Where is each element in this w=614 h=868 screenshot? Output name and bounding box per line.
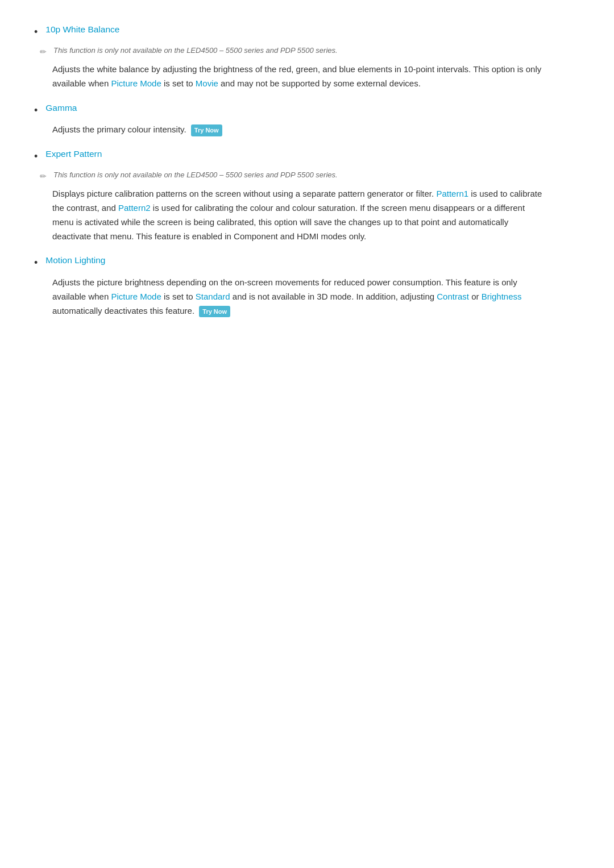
bullet-dot: • bbox=[34, 24, 38, 40]
body-expert-pattern: Displays picture calibration patterns on… bbox=[52, 187, 546, 243]
bullet-item-white-balance: • 10p White Balance bbox=[34, 23, 546, 40]
section-expert-pattern: • Expert Pattern ✏ This function is only… bbox=[34, 147, 546, 243]
note-row-white-balance: ✏ This function is only not available on… bbox=[40, 45, 546, 58]
link-standard[interactable]: Standard bbox=[196, 292, 230, 301]
try-now-badge-motion[interactable]: Try Now bbox=[199, 306, 230, 317]
pencil-icon-expert: ✏ bbox=[40, 170, 47, 182]
body-white-balance: Adjusts the white balance by adjusting t… bbox=[52, 63, 546, 91]
pencil-icon: ✏ bbox=[40, 45, 47, 58]
section-gamma: • Gamma Adjusts the primary colour inten… bbox=[34, 101, 546, 138]
bullet-item-motion-lighting: • Motion Lighting bbox=[34, 254, 546, 271]
link-picture-mode-wb[interactable]: Picture Mode bbox=[111, 78, 161, 88]
bullet-dot-gamma: • bbox=[34, 102, 38, 119]
bullet-dot-expert: • bbox=[34, 148, 38, 165]
body-motion-lighting: Adjusts the picture brightness depending… bbox=[52, 276, 546, 318]
heading-gamma[interactable]: Gamma bbox=[45, 101, 77, 115]
note-text-white-balance: This function is only not available on t… bbox=[53, 45, 338, 57]
bullet-item-expert-pattern: • Expert Pattern bbox=[34, 147, 546, 165]
section-white-balance: • 10p White Balance ✏ This function is o… bbox=[34, 23, 546, 91]
link-pattern2[interactable]: Pattern2 bbox=[118, 203, 151, 213]
bullet-dot-motion: • bbox=[34, 255, 38, 271]
link-pattern1[interactable]: Pattern1 bbox=[436, 189, 468, 198]
link-contrast[interactable]: Contrast bbox=[437, 292, 469, 301]
heading-expert-pattern[interactable]: Expert Pattern bbox=[45, 147, 102, 161]
link-movie[interactable]: Movie bbox=[196, 78, 218, 88]
section-motion-lighting: • Motion Lighting Adjusts the picture br… bbox=[34, 254, 546, 318]
try-now-badge-gamma[interactable]: Try Now bbox=[191, 124, 222, 136]
link-brightness[interactable]: Brightness bbox=[482, 292, 522, 301]
heading-white-balance[interactable]: 10p White Balance bbox=[45, 23, 119, 37]
heading-motion-lighting[interactable]: Motion Lighting bbox=[45, 254, 105, 268]
body-gamma: Adjusts the primary colour intensity. Tr… bbox=[52, 123, 546, 137]
link-picture-mode-ml[interactable]: Picture Mode bbox=[111, 292, 161, 301]
note-text-expert-pattern: This function is only not available on t… bbox=[53, 169, 338, 181]
bullet-item-gamma: • Gamma bbox=[34, 101, 546, 119]
content-area: • 10p White Balance ✏ This function is o… bbox=[34, 23, 546, 318]
note-row-expert-pattern: ✏ This function is only not available on… bbox=[40, 169, 546, 182]
